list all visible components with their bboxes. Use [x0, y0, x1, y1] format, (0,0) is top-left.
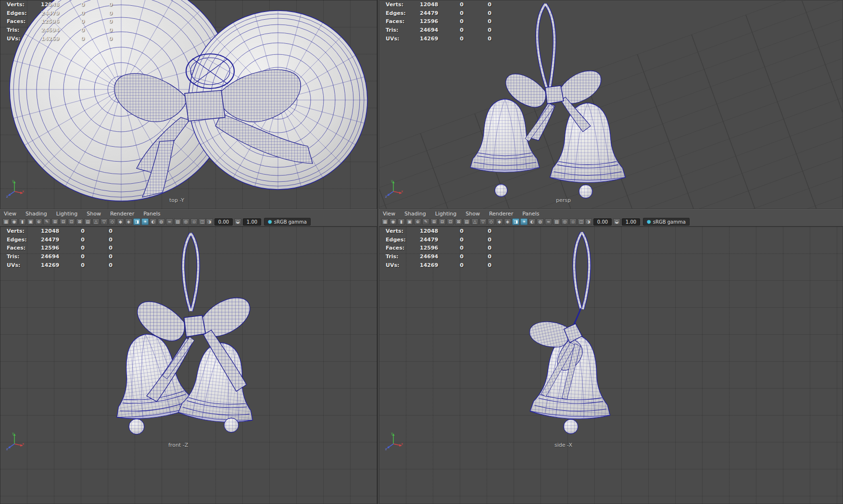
panel-menu-item[interactable]: Shading: [25, 211, 47, 217]
exposure-icon[interactable]: ◑: [206, 218, 213, 225]
grid-toggle-icon[interactable]: ⊞: [51, 218, 59, 225]
x-ray-icon[interactable]: ◫: [578, 218, 585, 225]
gate-mask-icon[interactable]: ⊠: [76, 218, 83, 225]
hud-row: Verts: 12048 0 0: [386, 0, 506, 9]
screen-space-ao-icon[interactable]: ◍: [537, 218, 544, 225]
safe-title-icon[interactable]: ▽: [101, 218, 108, 225]
panel-menu-item[interactable]: View: [383, 211, 395, 217]
depth-of-field-icon[interactable]: ◎: [182, 218, 189, 225]
viewport-persp[interactable]: Verts: 12048 0 0 Edges: 24479 0 0 Faces:…: [379, 0, 843, 209]
panel-menu-item[interactable]: Show: [466, 211, 480, 217]
exposure-field[interactable]: 0.00: [214, 218, 233, 226]
axis-x-label: x: [401, 442, 403, 446]
resolution-gate-icon[interactable]: ⊡: [68, 218, 75, 225]
select-highlight-icon[interactable]: ▦: [381, 218, 389, 225]
isolate-select-icon[interactable]: ▫: [569, 218, 577, 225]
use-all-lights-icon[interactable]: ☀: [141, 218, 149, 225]
lock-camera-icon[interactable]: ◉: [11, 218, 18, 225]
wireframe-on-shaded-icon[interactable]: ◈: [504, 218, 511, 225]
lock-camera-icon[interactable]: ◉: [390, 218, 397, 225]
wireframe-display-icon[interactable]: ◇: [109, 218, 116, 225]
x-ray-icon[interactable]: ◫: [199, 218, 206, 225]
wireframe-on-shaded-icon[interactable]: ◈: [125, 218, 132, 225]
panel-menu-item[interactable]: Panels: [522, 211, 539, 217]
use-all-lights-icon[interactable]: ☀: [520, 218, 528, 225]
shadows-icon[interactable]: ◐: [150, 218, 157, 225]
isolate-select-icon[interactable]: ▫: [190, 218, 198, 225]
wireframe-display-icon[interactable]: ◇: [488, 218, 495, 225]
gate-mask-icon[interactable]: ⊠: [455, 218, 462, 225]
panel-menu-item[interactable]: View: [4, 211, 16, 217]
hud-col2: 0: [73, 27, 85, 33]
gamma-icon[interactable]: ◒: [613, 218, 620, 225]
toolbar-icon-group: ▦◉▮▣⊕✎⊞⊟⊡⊠▤△▽◇◆◈◨☀◐◍≈▨◎▫◫: [381, 218, 585, 225]
camera-bookmark-icon[interactable]: ▮: [19, 218, 26, 225]
hud-col2: 0: [73, 228, 85, 234]
hud-value: 12048: [41, 228, 59, 234]
field-chart-icon[interactable]: ▤: [84, 218, 91, 225]
grid-toggle-icon[interactable]: ⊞: [430, 218, 438, 225]
exposure-field[interactable]: 0.00: [593, 218, 612, 226]
grease-pencil-icon[interactable]: ✎: [43, 218, 50, 225]
panel-menu-item[interactable]: Panels: [143, 211, 160, 217]
anti-aliasing-icon[interactable]: ▨: [174, 218, 181, 225]
film-gate-icon[interactable]: ⊟: [60, 218, 67, 225]
safe-title-icon[interactable]: ▽: [479, 218, 487, 225]
hud-value: 24479: [41, 10, 59, 16]
hud-col2: 0: [452, 245, 464, 251]
panel-menu-item[interactable]: Show: [87, 211, 101, 217]
safe-action-icon[interactable]: △: [471, 218, 478, 225]
two-d-pan-zoom-icon[interactable]: ⊕: [414, 218, 421, 225]
gamma-field[interactable]: 1.00: [622, 218, 640, 226]
viewport-divider[interactable]: [377, 0, 379, 504]
panel-strip: ViewShadingLightingShowRendererPanels ▦◉…: [0, 209, 843, 227]
viewport-side-ortho[interactable]: Verts: 12048 0 0 Edges: 24479 0 0 Faces:…: [379, 227, 843, 504]
gamma-icon[interactable]: ◒: [234, 218, 241, 225]
hud-col3: 0: [480, 228, 491, 234]
image-plane-icon[interactable]: ▣: [27, 218, 34, 225]
exposure-icon[interactable]: ◑: [585, 218, 592, 225]
shadows-icon[interactable]: ◐: [528, 218, 536, 225]
camera-bookmark-icon[interactable]: ▮: [398, 218, 405, 225]
motion-blur-icon[interactable]: ≈: [545, 218, 552, 225]
field-chart-icon[interactable]: ▤: [463, 218, 470, 225]
two-d-pan-zoom-icon[interactable]: ⊕: [35, 218, 42, 225]
hud-label: Tris:: [386, 27, 398, 33]
panel-toolbar: ▦◉▮▣⊕✎⊞⊟⊡⊠▤△▽◇◆◈◨☀◐◍≈▨◎▫◫ ◑ 0.00 ◒ 1.00 …: [0, 217, 377, 226]
hud-label: Faces:: [386, 245, 404, 251]
select-highlight-icon[interactable]: ▦: [2, 218, 10, 225]
screen-space-ao-icon[interactable]: ◍: [158, 218, 165, 225]
gamma-field[interactable]: 1.00: [243, 218, 261, 226]
panel-menu-item[interactable]: Renderer: [489, 211, 513, 217]
depth-of-field-icon[interactable]: ◎: [561, 218, 568, 225]
axis-indicator: y x z: [6, 178, 25, 198]
image-plane-icon[interactable]: ▣: [406, 218, 413, 225]
panel-menu-item[interactable]: Renderer: [110, 211, 134, 217]
panel-menu-item[interactable]: Lighting: [56, 211, 77, 217]
hanger-cord: [572, 232, 589, 328]
motion-blur-icon[interactable]: ≈: [166, 218, 173, 225]
shaded-display-icon[interactable]: ◆: [496, 218, 503, 225]
view-transform-select[interactable]: ● sRGB gamma: [264, 218, 311, 226]
grease-pencil-icon[interactable]: ✎: [422, 218, 429, 225]
view-transform-select[interactable]: ● sRGB gamma: [643, 218, 690, 226]
axis-y-label: y: [12, 431, 14, 435]
textured-display-icon[interactable]: ◨: [133, 218, 140, 225]
hud-col3: 0: [480, 10, 491, 16]
hud-col3: 0: [101, 1, 113, 8]
film-gate-icon[interactable]: ⊟: [439, 218, 446, 225]
panel-bars-left: ViewShadingLightingShowRendererPanels ▦◉…: [0, 210, 377, 226]
anti-aliasing-icon[interactable]: ▨: [553, 218, 560, 225]
hud-label: Verts:: [386, 228, 403, 234]
hud-col3: 0: [480, 1, 491, 8]
viewport-top-ortho[interactable]: Verts: 12048 0 0 Edges: 24479 0 0 Faces:…: [0, 0, 377, 209]
panel-menu-item[interactable]: Shading: [404, 211, 426, 217]
textured-display-icon[interactable]: ◨: [512, 218, 519, 225]
panel-menu-item[interactable]: Lighting: [435, 211, 456, 217]
shaded-display-icon[interactable]: ◆: [117, 218, 124, 225]
hud-col2: 0: [73, 36, 85, 42]
safe-action-icon[interactable]: △: [92, 218, 100, 225]
panel-menu-bar: ViewShadingLightingShowRendererPanels: [379, 210, 843, 217]
resolution-gate-icon[interactable]: ⊡: [447, 218, 454, 225]
viewport-front-ortho[interactable]: Verts: 12048 0 0 Edges: 24479 0 0 Faces:…: [0, 227, 377, 504]
